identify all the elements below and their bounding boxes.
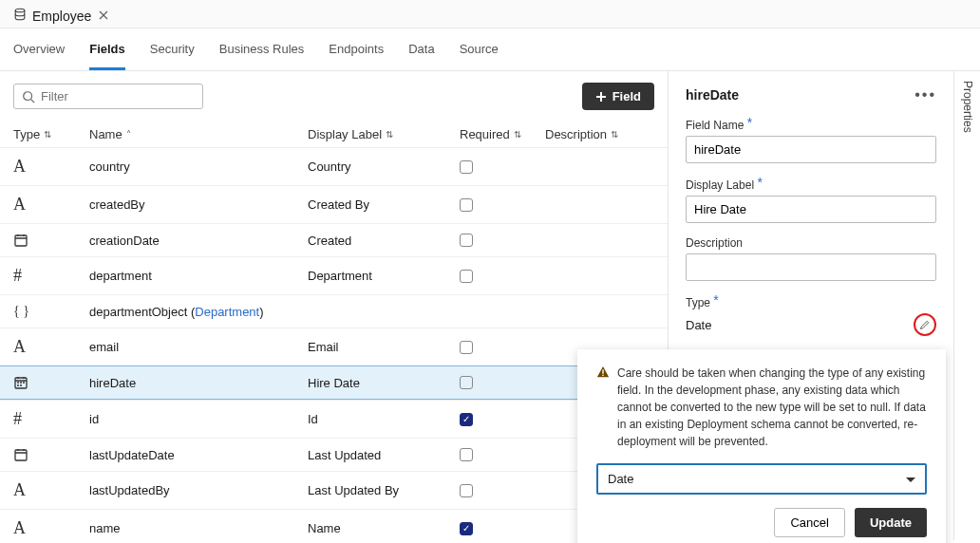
name-cell: lastUpdatedBy <box>89 483 308 497</box>
table-row[interactable]: lastUpdateDateLast Updated <box>0 438 668 471</box>
display-cell: Department <box>308 269 460 283</box>
sort-asc-icon: ˄ <box>126 129 131 140</box>
name-cell: name <box>89 521 308 535</box>
cancel-button[interactable]: Cancel <box>774 508 844 537</box>
tab-business-rules[interactable]: Business Rules <box>219 42 305 70</box>
display-label-input[interactable] <box>686 196 936 223</box>
warning-icon <box>596 365 610 450</box>
checkbox-unchecked[interactable] <box>460 376 473 389</box>
name-cell: country <box>89 159 308 174</box>
table-row[interactable]: creationDateCreated <box>0 223 668 256</box>
properties-side-tab[interactable]: Properties <box>953 71 980 540</box>
svg-rect-5 <box>602 369 603 373</box>
svg-rect-2 <box>15 235 27 246</box>
type-cell: # <box>13 266 89 286</box>
col-header-display[interactable]: Display Label⇅ <box>308 127 460 141</box>
table-row[interactable]: #departmentDepartment <box>0 256 668 294</box>
display-cell: Hire Date <box>308 376 460 390</box>
display-cell: Last Updated By <box>308 483 460 497</box>
edit-type-button[interactable] <box>914 313 936 336</box>
checkbox-unchecked[interactable] <box>460 198 473 212</box>
type-cell: A <box>13 195 89 215</box>
display-cell: Created By <box>308 197 460 212</box>
checkbox-unchecked[interactable] <box>460 160 473 174</box>
display-cell: Created <box>308 234 460 248</box>
svg-rect-4 <box>15 450 27 460</box>
display-cell: Country <box>308 159 460 174</box>
name-cell: creationDate <box>89 234 308 248</box>
checkbox-unchecked[interactable] <box>460 234 473 247</box>
checkbox-unchecked[interactable] <box>460 448 473 461</box>
required-cell <box>460 448 545 461</box>
field-name-input[interactable] <box>686 136 936 163</box>
name-cell: email <box>89 340 308 354</box>
type-cell <box>13 447 89 462</box>
type-select[interactable]: Date <box>596 463 927 495</box>
col-header-type[interactable]: Type⇅ <box>13 127 89 141</box>
sort-icon: ⇅ <box>386 129 393 140</box>
display-cell: Last Updated <box>308 448 460 462</box>
type-value: Date <box>686 318 711 332</box>
sort-icon: ⇅ <box>611 129 618 140</box>
tab-overview[interactable]: Overview <box>13 42 65 70</box>
type-cell: A <box>13 480 89 500</box>
type-cell: { } <box>13 304 89 319</box>
fields-list-pane: Field Type⇅ Name˄ Display Label⇅ Require… <box>0 71 669 540</box>
table-row[interactable]: AnameName✓ <box>0 509 668 543</box>
table-row[interactable]: #idId✓ <box>0 400 668 438</box>
table-row[interactable]: AcreatedByCreated By <box>0 185 668 223</box>
type-label: Type * <box>686 294 936 309</box>
table-row[interactable]: { }departmentObject (Department) <box>0 294 668 328</box>
checkbox-unchecked[interactable] <box>460 341 473 354</box>
tab-data[interactable]: Data <box>408 42 434 70</box>
col-header-name[interactable]: Name˄ <box>89 127 308 141</box>
svg-rect-6 <box>602 375 603 376</box>
checkbox-unchecked[interactable] <box>460 270 473 283</box>
filter-input[interactable] <box>41 89 195 103</box>
chevron-down-icon <box>906 472 915 486</box>
panel-menu-button[interactable]: ••• <box>914 86 936 103</box>
display-cell: Name <box>308 521 460 535</box>
type-cell <box>13 375 89 390</box>
display-cell: Email <box>308 340 460 354</box>
checkbox-unchecked[interactable] <box>460 484 473 497</box>
nav-tabs: Overview Fields Security Business Rules … <box>0 28 980 71</box>
search-icon <box>22 90 35 103</box>
display-label-label: Display Label * <box>686 177 936 192</box>
close-icon[interactable] <box>99 9 108 23</box>
table-row[interactable]: AlastUpdatedByLast Updated By <box>0 471 668 509</box>
add-field-button[interactable]: Field <box>582 83 654 110</box>
pencil-icon <box>919 319 931 330</box>
required-cell <box>460 160 545 174</box>
required-cell: ✓ <box>460 522 545 535</box>
checkbox-checked[interactable]: ✓ <box>460 522 473 535</box>
type-cell: A <box>13 157 89 177</box>
tab-source[interactable]: Source <box>460 42 499 70</box>
header-title: Employee <box>32 9 91 24</box>
tab-endpoints[interactable]: Endpoints <box>329 42 384 70</box>
required-cell <box>460 198 545 212</box>
required-cell: ✓ <box>460 413 545 426</box>
col-header-required[interactable]: Required⇅ <box>460 127 545 141</box>
required-cell <box>460 341 545 354</box>
table-row[interactable]: hireDateHire Date <box>0 365 668 400</box>
description-label: Description <box>686 236 936 250</box>
table-row[interactable]: AemailEmail <box>0 328 668 365</box>
col-header-description[interactable]: Description⇅ <box>545 127 654 141</box>
checkbox-checked[interactable]: ✓ <box>460 413 473 426</box>
svg-point-1 <box>24 91 32 100</box>
reference-link[interactable]: Department <box>195 305 259 319</box>
name-cell: createdBy <box>89 197 308 212</box>
table-row[interactable]: AcountryCountry <box>0 147 668 185</box>
panel-title: hireDate <box>686 87 739 103</box>
type-cell <box>13 233 89 248</box>
type-cell: # <box>13 409 89 429</box>
display-cell: Id <box>308 412 460 426</box>
description-input[interactable] <box>686 253 936 281</box>
tab-security[interactable]: Security <box>150 42 195 70</box>
update-button[interactable]: Update <box>855 508 927 537</box>
sort-icon: ⇅ <box>44 129 51 140</box>
filter-input-wrapper[interactable] <box>13 84 203 109</box>
change-type-popover: Care should be taken when changing the t… <box>577 349 946 543</box>
tab-fields[interactable]: Fields <box>89 42 125 70</box>
